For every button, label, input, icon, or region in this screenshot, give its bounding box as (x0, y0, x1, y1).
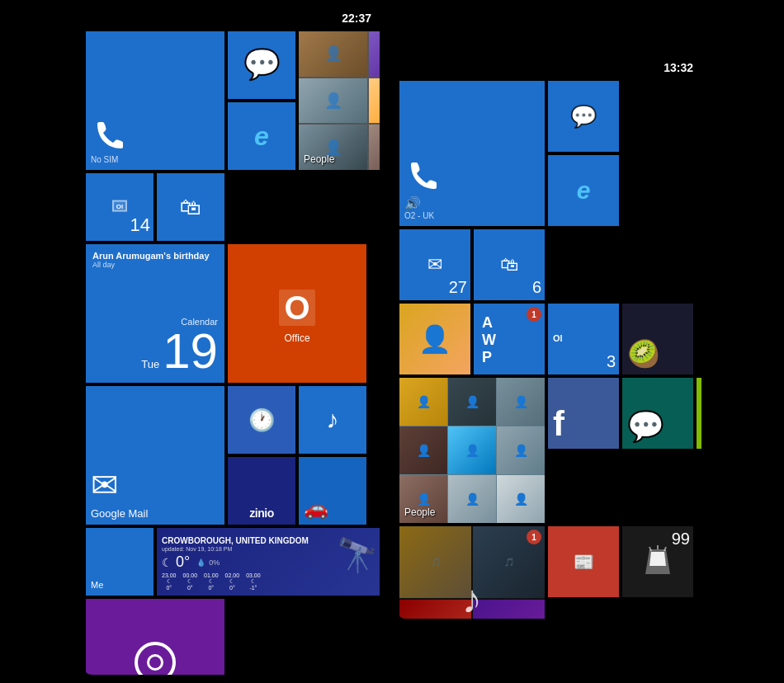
people-label: People (304, 153, 334, 165)
office-tile[interactable]: O Office (228, 244, 366, 383)
people-photo-1: 👤 (299, 31, 367, 77)
right-person1-tile[interactable]: 👤 (399, 304, 470, 374)
right-outlook-badge: 3 (607, 352, 616, 371)
row-nokia: Nokia Camera (86, 599, 376, 675)
calendar-event: Arun Arumugam's birthday All day (92, 251, 218, 269)
right-ie-tile[interactable]: e (548, 155, 619, 226)
mail-tile[interactable]: ✉ Google Mail (86, 386, 224, 525)
right-store-icon: 🛍 (500, 254, 518, 276)
messaging-icon: 💬 (243, 49, 281, 79)
right-whatsapp-icon: 💬 (627, 409, 688, 444)
right-store-tile[interactable]: 🛍 6 (474, 229, 545, 300)
outlook-ol: Ol (112, 200, 127, 212)
outlook-badge: 14 (130, 214, 150, 236)
svg-text:O: O (284, 290, 309, 326)
album-3: 🎵 (399, 600, 471, 619)
row-outlook-store: Ol 14 🛍 (86, 173, 376, 241)
people-tile[interactable]: 👤 👤 👤 👤 👤 👤 (299, 31, 380, 170)
right-mail-tile[interactable]: ✉ 27 (399, 229, 470, 300)
album-1: 🎵 (399, 526, 471, 598)
ie-tile[interactable]: e (228, 102, 295, 170)
outlook-tile[interactable]: Ol 14 (86, 173, 153, 241)
row-camera: Me CROWBOROUGH, UNITED KINGDOM updated: … (86, 528, 376, 596)
row-mail-camera: ✉ Google Mail 🕐 zinio ♪ 🚗 (86, 386, 376, 525)
status-bar-left: 22:37 (83, 8, 380, 28)
right-awp-badge: 1 (527, 307, 541, 322)
alarm-icon: 🕐 (248, 407, 275, 433)
right-mail-badge: 27 (449, 278, 467, 297)
right-kiwi-tile[interactable]: 🥝 (622, 304, 693, 374)
svg-marker-3 (649, 552, 666, 566)
store-tile[interactable]: 🛍 (157, 173, 224, 241)
right-awp-tile[interactable]: A W P 1 (474, 304, 545, 374)
right-mail-icon: ✉ (427, 254, 442, 276)
right-outlook-tile[interactable]: Ol 3 (548, 304, 619, 374)
right-row-1: 🔊 O2 - UK 💬 e (399, 81, 698, 226)
right-person1-photo: 👤 (404, 309, 465, 370)
right-store-badge: 6 (532, 278, 541, 297)
outlook-icon-group: Ol (112, 200, 127, 212)
right-msg-ie-stack: 💬 e (548, 81, 619, 226)
calendar-daydate: Tue 19 (92, 327, 218, 376)
zinio-tile[interactable]: zinio (228, 457, 295, 525)
status-bar-right: 13:32 (396, 58, 701, 78)
row-calendar-office: Arun Arumugam's birthday All day Calenda… (86, 244, 376, 383)
right-people-tile[interactable]: 👤 👤 👤 👤 👤 👤 👤 👤 👤 People (399, 378, 545, 523)
telescope-icon: 🔭 (337, 536, 378, 575)
right-people-mosaic: 👤 👤 👤 👤 👤 👤 👤 👤 👤 (399, 378, 545, 523)
phone-tile[interactable]: No SIM (86, 31, 224, 170)
right-whatsapp-tile[interactable]: 💬 (622, 378, 693, 449)
right-flashlight-tile[interactable]: 99 (622, 526, 693, 597)
right-flashlight-icon (641, 545, 674, 578)
right-row-2: 👤 A W P 1 Ol 3 🥝 (399, 304, 698, 374)
weather-forecast: 23.00☾0° 00.00☾0° 01.00☾0° 02.00☾0° 03.0… (162, 572, 380, 591)
right-msg-tile[interactable]: 💬 (548, 81, 619, 152)
msg-ie-stack: 💬 e (228, 31, 295, 170)
right-outlook-icon: Ol (553, 333, 563, 343)
people-mosaic: 👤 👤 👤 👤 👤 👤 (299, 31, 380, 170)
people-photo-3: 👤 (299, 78, 367, 124)
right-music-badge: 1 (527, 530, 541, 544)
phone-right: 13:32 🔊 O2 - UK 💬 e (396, 58, 701, 619)
right-row-4: 🎵 🎵 🎵 🎵 ♪ 1 (399, 526, 698, 619)
weather-tile[interactable]: CROWBOROUGH, UNITED KINGDOM updated: Nov… (157, 528, 380, 596)
camera-circle (91, 604, 220, 675)
office-logo-icon: O (272, 283, 322, 332)
right-phone-tile[interactable]: 🔊 O2 - UK (399, 81, 545, 226)
car-icon: 🚗 (304, 497, 361, 520)
nokia-camera-tile[interactable]: Nokia Camera (86, 599, 224, 675)
right-msg-icon: 💬 (570, 104, 597, 130)
alarm-tile[interactable]: 🕐 (228, 386, 295, 454)
right-ie-icon: e (577, 177, 591, 205)
calendar-tile[interactable]: Arun Arumugam's birthday All day Calenda… (86, 244, 224, 383)
car-tile[interactable]: 🚗 (299, 457, 366, 525)
camera-lens (147, 654, 163, 671)
people-photo-2: 👤 (369, 31, 380, 77)
time-right: 13:32 (664, 61, 693, 74)
row-1: No SIM 💬 e 👤 👤 (86, 31, 376, 170)
voicemail-icon: 🔊 (404, 195, 540, 211)
right-music-tile[interactable]: 🎵 🎵 🎵 🎵 ♪ 1 (399, 526, 545, 619)
phone-icon (91, 119, 127, 155)
tile-grid-right: 🔊 O2 - UK 💬 e ✉ 27 🛍 6 (396, 78, 701, 619)
right-row-3: 👤 👤 👤 👤 👤 👤 👤 👤 👤 People f (399, 378, 698, 523)
phone-left: 22:37 No SIM 💬 e (83, 8, 380, 675)
right-phone-icon (404, 159, 441, 195)
ie-icon: e (254, 121, 269, 152)
messaging-tile[interactable]: 💬 (228, 31, 295, 99)
mail-icon: ✉ (91, 466, 220, 504)
time-left: 22:37 (342, 12, 371, 25)
right-kik-tile[interactable]: k (697, 378, 701, 449)
right-people-label: People (404, 506, 435, 518)
right-news-tile[interactable]: 📰 (548, 526, 619, 597)
music-icon: ♪ (327, 406, 339, 434)
right-row-mail-store: ✉ 27 🛍 6 (399, 229, 698, 300)
right-news-icon: 📰 (574, 552, 594, 572)
right-facebook-tile[interactable]: f (548, 378, 619, 449)
music-tile[interactable]: ♪ (299, 386, 366, 454)
store-icon: 🛍 (180, 195, 201, 220)
calendar-date-block: Calendar Tue 19 (92, 317, 218, 376)
me-tile[interactable]: Me (86, 528, 153, 596)
people-photo-6: 👤 (369, 125, 380, 170)
right-kiwi-icon: 🥝 (627, 338, 688, 370)
